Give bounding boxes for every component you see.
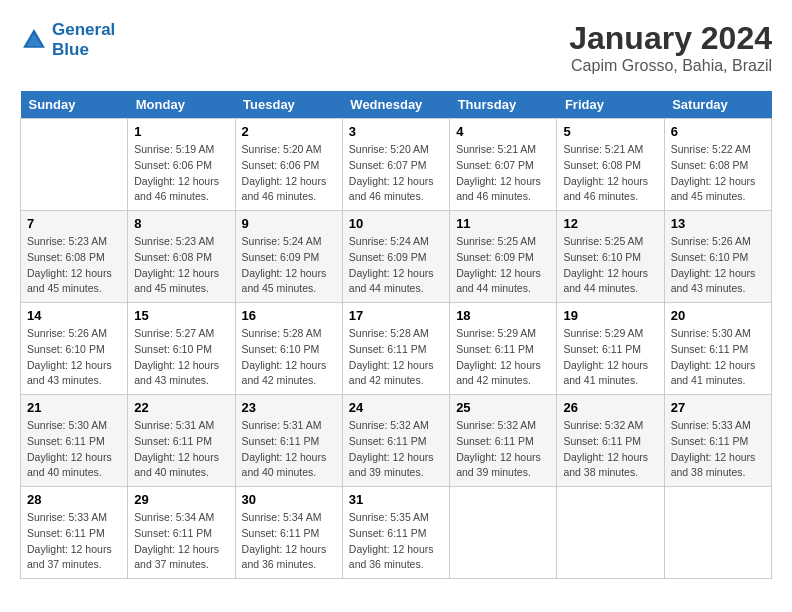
- calendar-cell: 6Sunrise: 5:22 AM Sunset: 6:08 PM Daylig…: [664, 119, 771, 211]
- calendar-cell: 15Sunrise: 5:27 AM Sunset: 6:10 PM Dayli…: [128, 303, 235, 395]
- calendar-cell: 17Sunrise: 5:28 AM Sunset: 6:11 PM Dayli…: [342, 303, 449, 395]
- day-number: 13: [671, 216, 765, 231]
- month-year: January 2024: [569, 20, 772, 57]
- day-number: 23: [242, 400, 336, 415]
- day-number: 22: [134, 400, 228, 415]
- calendar-cell: 12Sunrise: 5:25 AM Sunset: 6:10 PM Dayli…: [557, 211, 664, 303]
- calendar-cell: 31Sunrise: 5:35 AM Sunset: 6:11 PM Dayli…: [342, 487, 449, 579]
- col-header-wednesday: Wednesday: [342, 91, 449, 119]
- day-number: 5: [563, 124, 657, 139]
- day-number: 26: [563, 400, 657, 415]
- day-info: Sunrise: 5:26 AM Sunset: 6:10 PM Dayligh…: [671, 234, 765, 297]
- day-number: 11: [456, 216, 550, 231]
- calendar-cell: 10Sunrise: 5:24 AM Sunset: 6:09 PM Dayli…: [342, 211, 449, 303]
- day-number: 10: [349, 216, 443, 231]
- calendar-cell: 23Sunrise: 5:31 AM Sunset: 6:11 PM Dayli…: [235, 395, 342, 487]
- week-row-2: 7Sunrise: 5:23 AM Sunset: 6:08 PM Daylig…: [21, 211, 772, 303]
- day-number: 18: [456, 308, 550, 323]
- day-number: 3: [349, 124, 443, 139]
- day-number: 16: [242, 308, 336, 323]
- week-row-3: 14Sunrise: 5:26 AM Sunset: 6:10 PM Dayli…: [21, 303, 772, 395]
- calendar-cell: 1Sunrise: 5:19 AM Sunset: 6:06 PM Daylig…: [128, 119, 235, 211]
- title-block: January 2024 Capim Grosso, Bahia, Brazil: [569, 20, 772, 75]
- day-number: 19: [563, 308, 657, 323]
- calendar-cell: 25Sunrise: 5:32 AM Sunset: 6:11 PM Dayli…: [450, 395, 557, 487]
- day-info: Sunrise: 5:21 AM Sunset: 6:07 PM Dayligh…: [456, 142, 550, 205]
- col-header-friday: Friday: [557, 91, 664, 119]
- day-number: 8: [134, 216, 228, 231]
- day-number: 15: [134, 308, 228, 323]
- day-info: Sunrise: 5:19 AM Sunset: 6:06 PM Dayligh…: [134, 142, 228, 205]
- calendar-cell: 7Sunrise: 5:23 AM Sunset: 6:08 PM Daylig…: [21, 211, 128, 303]
- calendar-cell: 20Sunrise: 5:30 AM Sunset: 6:11 PM Dayli…: [664, 303, 771, 395]
- calendar-cell: 5Sunrise: 5:21 AM Sunset: 6:08 PM Daylig…: [557, 119, 664, 211]
- day-info: Sunrise: 5:28 AM Sunset: 6:11 PM Dayligh…: [349, 326, 443, 389]
- day-number: 27: [671, 400, 765, 415]
- day-info: Sunrise: 5:31 AM Sunset: 6:11 PM Dayligh…: [242, 418, 336, 481]
- col-header-monday: Monday: [128, 91, 235, 119]
- day-info: Sunrise: 5:25 AM Sunset: 6:10 PM Dayligh…: [563, 234, 657, 297]
- calendar-cell: 21Sunrise: 5:30 AM Sunset: 6:11 PM Dayli…: [21, 395, 128, 487]
- day-info: Sunrise: 5:34 AM Sunset: 6:11 PM Dayligh…: [242, 510, 336, 573]
- day-info: Sunrise: 5:32 AM Sunset: 6:11 PM Dayligh…: [563, 418, 657, 481]
- col-header-thursday: Thursday: [450, 91, 557, 119]
- calendar-cell: 24Sunrise: 5:32 AM Sunset: 6:11 PM Dayli…: [342, 395, 449, 487]
- day-info: Sunrise: 5:21 AM Sunset: 6:08 PM Dayligh…: [563, 142, 657, 205]
- calendar-cell: [664, 487, 771, 579]
- col-header-saturday: Saturday: [664, 91, 771, 119]
- day-info: Sunrise: 5:28 AM Sunset: 6:10 PM Dayligh…: [242, 326, 336, 389]
- calendar-cell: 28Sunrise: 5:33 AM Sunset: 6:11 PM Dayli…: [21, 487, 128, 579]
- calendar-header-row: SundayMondayTuesdayWednesdayThursdayFrid…: [21, 91, 772, 119]
- calendar-cell: 27Sunrise: 5:33 AM Sunset: 6:11 PM Dayli…: [664, 395, 771, 487]
- week-row-4: 21Sunrise: 5:30 AM Sunset: 6:11 PM Dayli…: [21, 395, 772, 487]
- day-number: 24: [349, 400, 443, 415]
- day-number: 6: [671, 124, 765, 139]
- day-info: Sunrise: 5:22 AM Sunset: 6:08 PM Dayligh…: [671, 142, 765, 205]
- day-info: Sunrise: 5:33 AM Sunset: 6:11 PM Dayligh…: [671, 418, 765, 481]
- day-info: Sunrise: 5:30 AM Sunset: 6:11 PM Dayligh…: [671, 326, 765, 389]
- calendar-cell: [557, 487, 664, 579]
- day-info: Sunrise: 5:29 AM Sunset: 6:11 PM Dayligh…: [456, 326, 550, 389]
- calendar-cell: 2Sunrise: 5:20 AM Sunset: 6:06 PM Daylig…: [235, 119, 342, 211]
- day-info: Sunrise: 5:29 AM Sunset: 6:11 PM Dayligh…: [563, 326, 657, 389]
- day-info: Sunrise: 5:20 AM Sunset: 6:06 PM Dayligh…: [242, 142, 336, 205]
- calendar-cell: 19Sunrise: 5:29 AM Sunset: 6:11 PM Dayli…: [557, 303, 664, 395]
- day-number: 25: [456, 400, 550, 415]
- calendar-cell: 8Sunrise: 5:23 AM Sunset: 6:08 PM Daylig…: [128, 211, 235, 303]
- calendar-cell: 16Sunrise: 5:28 AM Sunset: 6:10 PM Dayli…: [235, 303, 342, 395]
- calendar-cell: 14Sunrise: 5:26 AM Sunset: 6:10 PM Dayli…: [21, 303, 128, 395]
- day-info: Sunrise: 5:27 AM Sunset: 6:10 PM Dayligh…: [134, 326, 228, 389]
- day-number: 12: [563, 216, 657, 231]
- day-info: Sunrise: 5:23 AM Sunset: 6:08 PM Dayligh…: [134, 234, 228, 297]
- day-number: 31: [349, 492, 443, 507]
- calendar-cell: 3Sunrise: 5:20 AM Sunset: 6:07 PM Daylig…: [342, 119, 449, 211]
- day-info: Sunrise: 5:24 AM Sunset: 6:09 PM Dayligh…: [242, 234, 336, 297]
- calendar-cell: 9Sunrise: 5:24 AM Sunset: 6:09 PM Daylig…: [235, 211, 342, 303]
- day-info: Sunrise: 5:20 AM Sunset: 6:07 PM Dayligh…: [349, 142, 443, 205]
- calendar-cell: 18Sunrise: 5:29 AM Sunset: 6:11 PM Dayli…: [450, 303, 557, 395]
- col-header-tuesday: Tuesday: [235, 91, 342, 119]
- calendar-cell: 29Sunrise: 5:34 AM Sunset: 6:11 PM Dayli…: [128, 487, 235, 579]
- day-number: 29: [134, 492, 228, 507]
- day-info: Sunrise: 5:34 AM Sunset: 6:11 PM Dayligh…: [134, 510, 228, 573]
- day-number: 2: [242, 124, 336, 139]
- day-number: 20: [671, 308, 765, 323]
- calendar-cell: 13Sunrise: 5:26 AM Sunset: 6:10 PM Dayli…: [664, 211, 771, 303]
- day-number: 9: [242, 216, 336, 231]
- day-number: 28: [27, 492, 121, 507]
- day-info: Sunrise: 5:33 AM Sunset: 6:11 PM Dayligh…: [27, 510, 121, 573]
- day-number: 1: [134, 124, 228, 139]
- day-number: 17: [349, 308, 443, 323]
- day-info: Sunrise: 5:26 AM Sunset: 6:10 PM Dayligh…: [27, 326, 121, 389]
- logo: General Blue: [20, 20, 115, 60]
- week-row-1: 1Sunrise: 5:19 AM Sunset: 6:06 PM Daylig…: [21, 119, 772, 211]
- logo-text: General Blue: [52, 20, 115, 60]
- day-info: Sunrise: 5:25 AM Sunset: 6:09 PM Dayligh…: [456, 234, 550, 297]
- day-info: Sunrise: 5:30 AM Sunset: 6:11 PM Dayligh…: [27, 418, 121, 481]
- col-header-sunday: Sunday: [21, 91, 128, 119]
- week-row-5: 28Sunrise: 5:33 AM Sunset: 6:11 PM Dayli…: [21, 487, 772, 579]
- calendar-cell: [450, 487, 557, 579]
- calendar-cell: [21, 119, 128, 211]
- calendar-cell: 11Sunrise: 5:25 AM Sunset: 6:09 PM Dayli…: [450, 211, 557, 303]
- calendar-cell: 4Sunrise: 5:21 AM Sunset: 6:07 PM Daylig…: [450, 119, 557, 211]
